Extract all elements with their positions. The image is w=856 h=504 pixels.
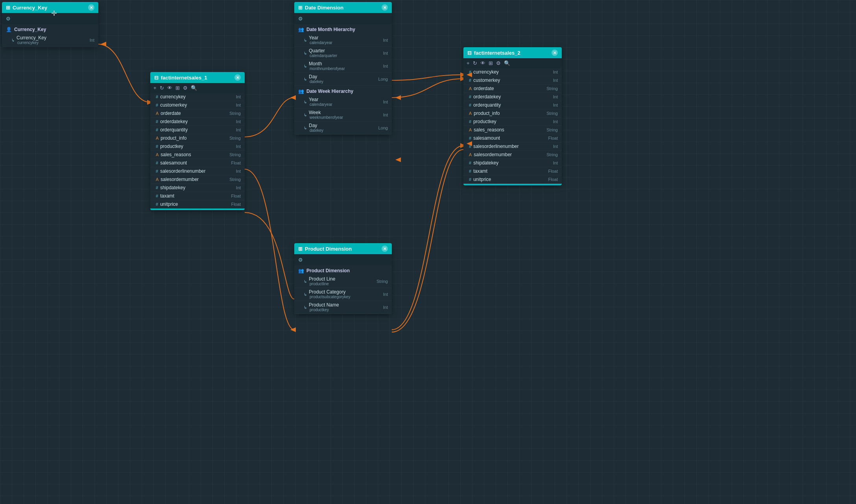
gear-icon[interactable]: ⚙: [183, 85, 188, 91]
field-sub: datekey: [310, 79, 323, 84]
field-sub: monthnumberofyear: [310, 66, 345, 71]
field-taxamt: # taxamt Float: [150, 192, 245, 200]
product-dimension-card[interactable]: ⊞ Product Dimension ✕ ⚙ 👥 Product Dimens…: [294, 243, 392, 314]
hash-icon: #: [469, 136, 471, 140]
alpha-icon: A: [469, 111, 472, 116]
field-type: String: [229, 152, 241, 157]
field-name: shipdatekey: [473, 160, 498, 166]
svg-marker-4: [101, 42, 106, 46]
settings-row: ⚙: [294, 254, 392, 265]
field-type: String: [546, 86, 558, 91]
gear-icon[interactable]: ⚙: [298, 16, 303, 22]
f2-orderdate: A orderdate String: [463, 85, 562, 93]
date-dimension-card[interactable]: ⊞ Date Dimension ✕ ⚙ 👥 Date Month Hierar…: [294, 2, 392, 135]
field-type: Int: [383, 113, 388, 117]
field-name: orderdatekey: [160, 119, 188, 124]
field-type: Int: [90, 38, 94, 42]
f2-product-info: A product_info String: [463, 109, 562, 118]
table-icon: ⊞: [6, 5, 10, 11]
refresh-icon[interactable]: ↻: [160, 85, 164, 91]
field-name: unitprice: [473, 177, 491, 182]
field-name: taxamt: [160, 193, 174, 199]
f2-salesordernumber: A salesordernumber String: [463, 151, 562, 159]
close-button[interactable]: ✕: [382, 4, 388, 11]
date-month-month: ↳ Month monthnumberofyear Int: [294, 60, 392, 73]
add-icon[interactable]: +: [467, 60, 470, 66]
hierarchy-icon: 👥: [298, 89, 304, 94]
gear-icon[interactable]: ⚙: [298, 257, 303, 263]
field-orderdatekey: # orderdatekey Int: [150, 118, 245, 126]
eye-icon[interactable]: 👁: [480, 60, 485, 66]
f2-orderdatekey: # orderdatekey Int: [463, 93, 562, 101]
grid-icon[interactable]: ⊞: [175, 85, 180, 91]
search-icon[interactable]: 🔍: [191, 85, 197, 91]
field-sales-reasons: A sales_reasons String: [150, 151, 245, 159]
currency-key-header: ⊞ Currency_Key ✕: [2, 2, 98, 13]
gear-icon[interactable]: ⚙: [496, 60, 501, 66]
hash-icon: #: [156, 144, 158, 149]
section-label: Date Week Hierarchy: [306, 89, 353, 94]
hash-icon: #: [156, 185, 158, 190]
field-type: Float: [548, 169, 558, 174]
field-type: Int: [383, 64, 388, 68]
field-name: product_info: [474, 111, 500, 116]
field-name: orderquantity: [473, 102, 501, 108]
add-icon[interactable]: +: [153, 85, 157, 91]
field-type: Float: [548, 177, 558, 182]
alpha-icon: A: [469, 152, 472, 157]
hash-icon: #: [156, 161, 158, 165]
close-button[interactable]: ✕: [234, 74, 241, 81]
field-name: orderdate: [474, 86, 494, 91]
field-name: Month: [309, 61, 322, 66]
field-sub: productline: [310, 282, 335, 286]
field-type: String: [229, 111, 241, 116]
field-sub: calendaryear: [310, 102, 332, 107]
field-salesordernumber: A salesordernumber String: [150, 175, 245, 184]
hash-icon: #: [156, 202, 158, 207]
field-name: customerkey: [473, 78, 500, 83]
field-sub: calendaryear: [310, 41, 332, 45]
search-icon[interactable]: 🔍: [504, 60, 510, 66]
fact1-title: factinternetsales_1: [161, 75, 207, 81]
table-icon: ⊞: [298, 5, 303, 11]
field-sub: currencykey: [17, 41, 46, 45]
eye-icon[interactable]: 👁: [167, 85, 172, 91]
f2-sales-reasons: A sales_reasons String: [463, 126, 562, 134]
fact1-card[interactable]: ⊟ factinternetsales_1 ✕ + ↻ 👁 ⊞ ⚙ 🔍 # cu…: [150, 72, 245, 210]
grid-icon[interactable]: ⊞: [489, 60, 493, 66]
field-name: unitprice: [160, 201, 178, 207]
hash-icon: #: [156, 103, 158, 107]
field-type: Float: [548, 136, 558, 140]
close-button[interactable]: ✕: [552, 50, 558, 56]
date-week-day: ↳ Day datekey Long: [294, 122, 392, 135]
footer-bar: [463, 184, 562, 185]
field-type: Long: [378, 77, 388, 81]
currency-key-card[interactable]: ⊞ Currency_Key ✕ ⚙ 👤 Currency_Key ↳ Curr…: [2, 2, 98, 47]
field-name: Year: [309, 97, 318, 102]
close-button[interactable]: ✕: [382, 246, 388, 252]
fact2-card[interactable]: ⊟ factinternetsales_2 ✕ + ↻ 👁 ⊞ ⚙ 🔍 # cu…: [463, 47, 562, 185]
field-sub: datekey: [310, 128, 323, 133]
field-name: Product Name: [309, 302, 339, 308]
field-type: Int: [553, 78, 558, 83]
week-hierarchy-header: 👥 Date Week Hierarchy: [294, 86, 392, 96]
close-button[interactable]: ✕: [88, 4, 94, 11]
field-name: currencykey: [160, 94, 186, 100]
field-type: String: [546, 127, 558, 132]
person-icon: 👥: [298, 268, 304, 273]
hash-icon: #: [469, 70, 471, 74]
field-product-info: A product_info String: [150, 134, 245, 142]
field-name: orderdatekey: [473, 94, 501, 100]
arrow-icon: ↳: [304, 38, 307, 42]
gear-icon[interactable]: ⚙: [6, 16, 11, 22]
field-type: Int: [383, 100, 388, 104]
field-salesorderlinenumber: # salesorderlinenumber Int: [150, 167, 245, 175]
product-section-header: 👥 Product Dimension: [294, 265, 392, 275]
hash-icon: #: [156, 194, 158, 198]
hash-icon: #: [469, 169, 471, 174]
refresh-icon[interactable]: ↻: [473, 60, 477, 66]
hash-icon: #: [469, 119, 471, 124]
field-name: salesamount: [473, 135, 500, 141]
field-type: String: [546, 111, 558, 116]
arrow-icon: ↳: [304, 305, 307, 310]
